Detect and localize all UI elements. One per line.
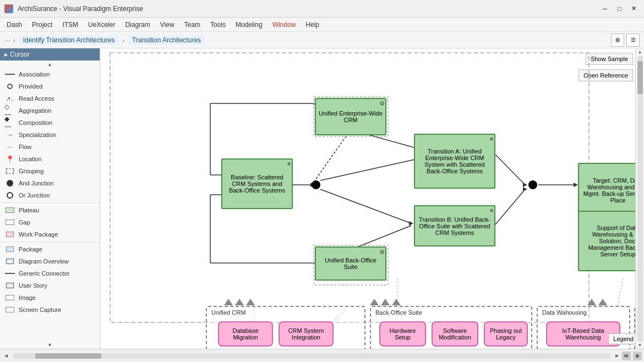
tool-composition[interactable]: ◆— Composition (0, 117, 100, 129)
tool-provided[interactable]: Provided (0, 80, 100, 92)
h-scroll-right[interactable]: ▶ (613, 352, 621, 359)
provided-icon (4, 83, 15, 90)
tool-image[interactable]: Image (0, 292, 100, 304)
panel-scroll-up[interactable]: ▲ (0, 61, 100, 68)
menu-itsm[interactable]: ITSM (58, 20, 83, 30)
status-icons: ✉ ⊕ (622, 352, 642, 360)
svg-line-5 (320, 189, 411, 223)
panel-title: Cursor (10, 51, 30, 58)
node-unified-crm[interactable]: ⊙ Unified Enterprise-Wide CRM (315, 98, 386, 135)
tool-composition-label: Composition (19, 119, 52, 126)
node-support[interactable]: ⊙ Support of Data Warehousing & IoT Solu… (578, 211, 644, 271)
tool-association[interactable]: Association (0, 68, 100, 80)
container-backoffice-label: Back-Office Suite (375, 309, 422, 316)
tool-location-label: Location (19, 156, 42, 162)
menu-uexceler[interactable]: UeXceler (84, 20, 119, 30)
tool-location[interactable]: 📍 Location (0, 153, 100, 165)
menu-project[interactable]: Project (28, 20, 57, 30)
node-transition-b[interactable]: ≡ Transition B: Unified Back-Office Suit… (414, 205, 495, 246)
node-unified-backoffice[interactable]: ⊙ Unified Back-Office Suite (315, 246, 386, 281)
minimize-button[interactable]: ─ (599, 4, 611, 14)
package-icon (4, 245, 15, 253)
vertical-scrollbar[interactable]: ▲ ▼ (635, 48, 644, 349)
plateau-triangles-data (587, 299, 607, 305)
svg-marker-6 (409, 221, 413, 226)
close-button[interactable]: ✕ (627, 4, 640, 14)
tool-screen-capture[interactable]: Screen Capture (0, 304, 100, 316)
tool-gap[interactable]: Gap (0, 216, 100, 228)
breadcrumb-identify[interactable]: Identify Transition Architectures (19, 35, 119, 45)
wp-iot-data-label: IoT-Based Data Warehousing (549, 327, 617, 341)
tool-diagram-overview[interactable]: Diagram Overview (0, 255, 100, 267)
bottom-bar: ◀ ▶ ✉ ⊕ (0, 349, 644, 362)
scroll-track-v[interactable] (637, 56, 643, 342)
breadcrumb-arrow-1: › (13, 37, 15, 43)
menu-view[interactable]: View (156, 20, 179, 30)
canvas-area[interactable]: Show Sample Open Reference (100, 48, 644, 349)
node-target-label: Target: CRM, Data Warehousing and Doc. M… (581, 177, 644, 204)
toolbar: ··· › Identify Transition Architectures … (0, 32, 644, 48)
scroll-thumb-v[interactable] (637, 61, 643, 94)
wp-db-migration[interactable]: Database Migration (218, 321, 273, 347)
aggregation-icon: ◇— (4, 107, 15, 114)
wp-hw-setup-label: Hardware Setup (383, 327, 423, 341)
scroll-down-arrow[interactable]: ▼ (638, 343, 642, 348)
svg-line-12 (495, 189, 525, 224)
h-scroll-track[interactable] (13, 353, 610, 359)
canvas-scroll[interactable]: ⊙ Unified Enterprise-Wide CRM ≡ Baseline… (100, 48, 644, 349)
tool-package[interactable]: Package (0, 243, 100, 255)
tool-user-story[interactable]: User Story (0, 279, 100, 292)
wp-crm-integration[interactable]: CRM System Integration (279, 321, 334, 347)
plateau-triangles-backoffice (370, 299, 401, 305)
panel-header: Cursor (0, 48, 100, 61)
svg-marker-11 (523, 183, 527, 187)
wp-sw-mod[interactable]: Software Modification (432, 321, 478, 347)
and-junction-icon (4, 179, 15, 187)
tool-flow-label: Flow (19, 144, 31, 150)
wp-hw-setup[interactable]: Hardware Setup (379, 321, 426, 347)
menu-window[interactable]: Window (268, 20, 301, 30)
node-baseline[interactable]: ≡ Baseline: Scattered CRM Systems and Ba… (221, 158, 293, 209)
container-data-wh-label: Data Wahousing (542, 309, 587, 316)
menu-dash[interactable]: Dash (2, 20, 26, 30)
node-transition-a[interactable]: ≡ Transition A: Unified Enterprise-Wide … (414, 134, 495, 189)
tool-user-story-label: User Story (19, 282, 47, 289)
tool-and-junction[interactable]: And Junction (0, 177, 100, 189)
tool-screen-capture-label: Screen Capture (19, 306, 61, 313)
tool-generic-connector[interactable]: Generic Connector (0, 267, 100, 279)
breadcrumb-transition[interactable]: Transition Architectures (128, 35, 205, 45)
node-target[interactable]: ≡ Target: CRM, Data Warehousing and Doc.… (578, 163, 644, 218)
tool-specialization[interactable]: → Specialization (0, 129, 100, 141)
menu-modeling[interactable]: Modeling (231, 20, 267, 30)
tool-flow[interactable]: ··· Flow (0, 141, 100, 153)
tool-plateau[interactable]: Plateau (0, 204, 100, 216)
maximize-button[interactable]: □ (613, 4, 625, 14)
toolbar-grid-icon[interactable]: ⊞ (611, 34, 624, 47)
h-scroll-thumb[interactable] (35, 353, 101, 359)
breadcrumb-arrow-2: › (122, 37, 124, 43)
menu-help[interactable]: Help (301, 20, 324, 30)
location-icon: 📍 (4, 155, 15, 163)
wp-phasing-out[interactable]: Phasing out Legacy (484, 321, 528, 347)
breadcrumb-dots[interactable]: ··· (4, 36, 10, 44)
tool-list: Association Provided ↗.. Read Access ◇— … (0, 68, 100, 341)
specialization-icon: → (4, 131, 15, 139)
tool-work-package[interactable]: Work Package (0, 228, 100, 240)
plateau-triangles-crm (224, 299, 255, 305)
node-support-label: Support of Data Warehousing & IoT Soluti… (581, 224, 644, 257)
h-scroll-left[interactable]: ◀ (2, 352, 10, 359)
menu-diagram[interactable]: Diagram (121, 20, 154, 30)
svg-line-3 (320, 158, 419, 180)
menu-team[interactable]: Team (180, 20, 205, 30)
menu-tools[interactable]: Tools (206, 20, 230, 30)
tool-grouping[interactable]: Grouping (0, 165, 100, 177)
panel-scroll-down[interactable]: ▼ (0, 341, 100, 349)
work-package-icon (4, 231, 15, 238)
legend-button[interactable]: Legend (608, 333, 638, 344)
tool-grouping-label: Grouping (19, 168, 43, 174)
scroll-up-arrow[interactable]: ▲ (638, 50, 642, 54)
tool-or-junction[interactable]: Or Junction (0, 189, 100, 201)
toolbar-panel-icon[interactable]: ☰ (626, 34, 640, 47)
svg-marker-13 (523, 187, 527, 191)
menubar: Dash Project ITSM UeXceler Diagram View … (0, 18, 644, 32)
